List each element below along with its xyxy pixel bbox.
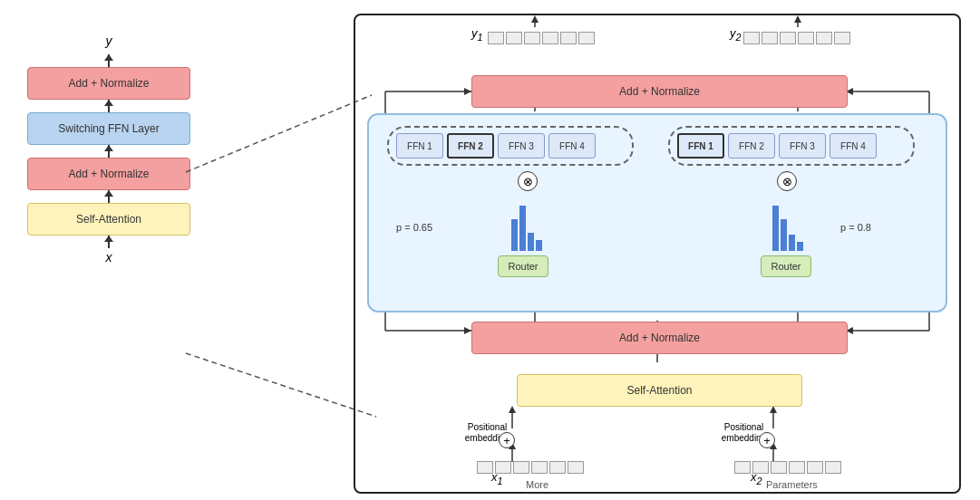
right-add-norm-bottom: Add + Normalize [471, 322, 848, 354]
blue-inner-box: FFN 1 FFN 2 FFN 3 FFN 4 ⊗ Router p = 0.6… [367, 113, 947, 312]
x1-label: x1 [491, 470, 503, 486]
plus-circle-left: + [499, 432, 515, 448]
left-add-norm-2: Add + Normalize [27, 158, 190, 190]
right-self-attn: Self-Attention [517, 374, 802, 407]
y1-label: y1 [471, 26, 483, 43]
router-left: Router [498, 255, 548, 277]
dashed-oval-left [387, 126, 634, 166]
router-right: Router [761, 255, 811, 277]
y2-label: y2 [730, 26, 742, 43]
p2-label: p = 0.8 [840, 222, 871, 233]
x2-label: x2 [751, 470, 762, 486]
otimes-left: ⊗ [518, 171, 538, 191]
left-switch-ffn: Switching FFN Layer [27, 112, 190, 145]
left-y-label: y [106, 34, 112, 48]
histogram-left [511, 206, 548, 251]
left-diagram: y Add + Normalize Switching FFN Layer Ad… [18, 27, 199, 444]
p1-label: p = 0.65 [396, 222, 432, 233]
y1-token-grid [488, 32, 595, 44]
y2-token-grid [743, 32, 850, 44]
right-diagram: y1 y2 Add + Normalize FFN 1 FFN 2 FFN 3 … [354, 14, 961, 494]
svg-line-1 [186, 353, 376, 417]
more-label: More [526, 479, 548, 490]
svg-line-0 [186, 95, 372, 172]
histogram-right [772, 206, 809, 251]
left-x-label: x [106, 250, 112, 264]
otimes-right: ⊗ [777, 171, 797, 191]
plus-circle-right: + [759, 432, 775, 448]
dashed-oval-right [668, 126, 915, 166]
left-self-attn: Self-Attention [27, 203, 190, 236]
params-label: Parameters [766, 479, 818, 490]
right-add-norm-top: Add + Normalize [471, 75, 848, 108]
left-add-norm-1: Add + Normalize [27, 67, 190, 100]
